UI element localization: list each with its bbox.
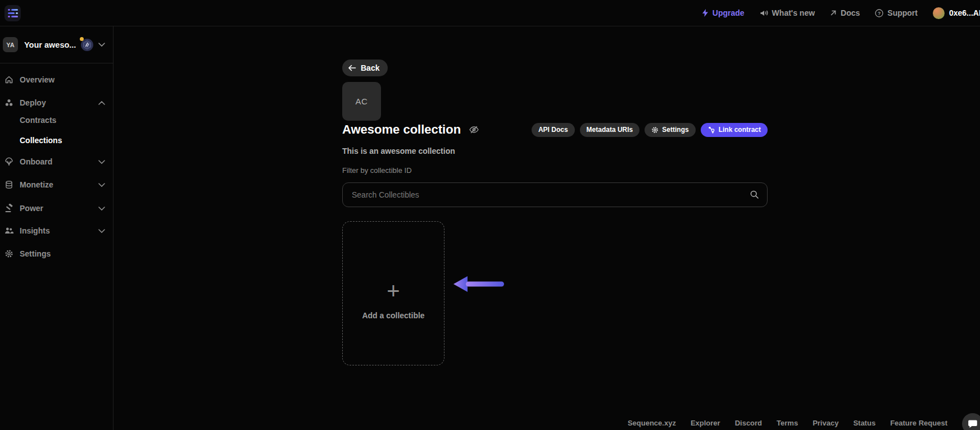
collection-avatar: AC — [342, 82, 381, 121]
gear-icon — [651, 126, 659, 134]
add-collectible-label: Add a collectible — [362, 311, 424, 320]
add-collectible-card[interactable]: + Add a collectible — [342, 221, 444, 365]
arrow-left-icon — [348, 65, 356, 71]
sidebar-item-label: Overview — [20, 75, 105, 84]
sidebar-item-label: Deploy — [20, 98, 98, 107]
api-docs-button[interactable]: API Docs — [532, 123, 575, 137]
collection-actions: API Docs Metadata URIs Settings — [532, 123, 768, 137]
org-switcher[interactable]: YA Your aweso... — [0, 26, 113, 63]
whats-new-button[interactable]: What's new — [760, 8, 815, 17]
footer-link-terms[interactable]: Terms — [777, 419, 798, 427]
chevron-down-icon — [98, 43, 105, 47]
link-contract-icon — [707, 126, 715, 134]
upgrade-label: Upgrade — [713, 8, 745, 17]
footer-link-sequence[interactable]: Sequence.xyz — [628, 419, 676, 427]
link-contract-button[interactable]: Link contract — [701, 123, 768, 137]
eye-off-icon[interactable] — [469, 125, 479, 134]
footer-link-explorer[interactable]: Explorer — [691, 419, 720, 427]
chevron-down-icon — [98, 207, 105, 211]
collection-description: This is an awesome collection — [342, 147, 455, 155]
filter-label: Filter by collectible ID — [342, 166, 412, 175]
wallet-avatar — [933, 7, 945, 19]
sidebar-item-label: Power — [20, 204, 98, 213]
sidebar-item-power[interactable]: Power — [0, 200, 113, 216]
logo-dot — [8, 16, 10, 18]
footer-link-status[interactable]: Status — [853, 419, 875, 427]
footer: Sequence.xyz Explorer Discord Terms Priv… — [628, 419, 947, 427]
notification-dot — [80, 37, 84, 41]
settings-label: Settings — [662, 126, 688, 134]
search-icon — [750, 190, 759, 199]
deploy-icon — [4, 98, 14, 107]
sidebar: YA Your aweso... Overview — [0, 26, 114, 430]
sidebar-item-insights[interactable]: Insights — [0, 223, 113, 239]
logo-bar — [11, 9, 18, 11]
search-wrap — [342, 182, 768, 207]
org-plan-badge-icon — [81, 39, 93, 51]
wallet-address: 0xe6...AB — [949, 8, 980, 17]
logo-bar — [11, 16, 18, 18]
org-avatar: YA — [3, 37, 18, 52]
support-label: Support — [887, 8, 918, 17]
upgrade-button[interactable]: Upgrade — [702, 8, 745, 17]
search-input[interactable] — [342, 182, 768, 207]
page-title: Awesome collection — [342, 122, 461, 137]
sequence-logo-icon[interactable] — [4, 5, 21, 21]
sidebar-nav: Overview Deploy Contracts Collections — [0, 63, 113, 262]
coins-icon — [4, 180, 14, 189]
title-row: Awesome collection API Docs Metadata URI… — [342, 122, 768, 137]
chevron-down-icon — [98, 183, 105, 187]
whats-new-label: What's new — [772, 8, 815, 17]
sidebar-item-deploy[interactable]: Deploy — [0, 95, 113, 111]
chat-bubble-icon — [968, 419, 978, 429]
megaphone-icon — [760, 9, 768, 17]
sidebar-item-label: Settings — [20, 249, 105, 258]
plus-icon: + — [387, 280, 400, 302]
chevron-down-icon — [98, 229, 105, 233]
back-button[interactable]: Back — [342, 60, 388, 76]
topbar-nav: Upgrade What's new Docs — [702, 7, 980, 19]
sidebar-item-collections[interactable]: Collections — [0, 132, 113, 148]
question-circle-icon: ? — [875, 9, 883, 17]
sidebar-item-overview[interactable]: Overview — [0, 72, 113, 88]
footer-link-feature-request[interactable]: Feature Request — [890, 419, 947, 427]
back-label: Back — [361, 63, 379, 72]
settings-button[interactable]: Settings — [645, 123, 695, 137]
sidebar-item-label: Onboard — [20, 157, 98, 166]
topbar: Upgrade What's new Docs — [0, 0, 980, 26]
support-button[interactable]: ? Support — [875, 8, 918, 17]
pointer-arrow-graphic — [453, 275, 505, 295]
logo-dot — [16, 12, 18, 15]
sidebar-item-label: Insights — [20, 226, 98, 235]
chevron-up-icon — [98, 101, 105, 105]
docs-label: Docs — [841, 8, 860, 17]
wallet-menu[interactable]: 0xe6...AB — [933, 7, 980, 19]
sidebar-item-contracts[interactable]: Contracts — [0, 112, 113, 128]
link-contract-label: Link contract — [719, 126, 761, 134]
logo-bar — [8, 12, 15, 15]
home-icon — [4, 75, 14, 84]
footer-link-discord[interactable]: Discord — [735, 419, 762, 427]
sidebar-item-label: Collections — [20, 136, 105, 145]
footer-link-privacy[interactable]: Privacy — [813, 419, 838, 427]
sidebar-item-onboard[interactable]: Onboard — [0, 154, 113, 170]
sidebar-item-label: Monetize — [20, 180, 98, 189]
org-name: Your aweso... — [24, 40, 81, 49]
metadata-uris-label: Metadata URIs — [587, 126, 633, 134]
chat-widget-button[interactable] — [962, 413, 980, 430]
metadata-uris-button[interactable]: Metadata URIs — [580, 123, 640, 137]
docs-link[interactable]: Docs — [830, 8, 860, 17]
lightning-icon — [702, 9, 709, 17]
parachute-icon — [4, 157, 14, 166]
chevron-down-icon — [98, 160, 105, 164]
logo-dot — [8, 9, 10, 11]
gear-icon — [4, 249, 14, 258]
gavel-icon — [4, 204, 14, 213]
svg-text:?: ? — [878, 10, 881, 16]
sidebar-item-monetize[interactable]: Monetize — [0, 177, 113, 193]
sidebar-item-label: Contracts — [20, 116, 105, 125]
users-icon — [4, 226, 14, 235]
sidebar-item-settings[interactable]: Settings — [0, 246, 113, 262]
api-docs-label: API Docs — [538, 126, 568, 134]
arrow-up-right-icon — [830, 10, 837, 16]
